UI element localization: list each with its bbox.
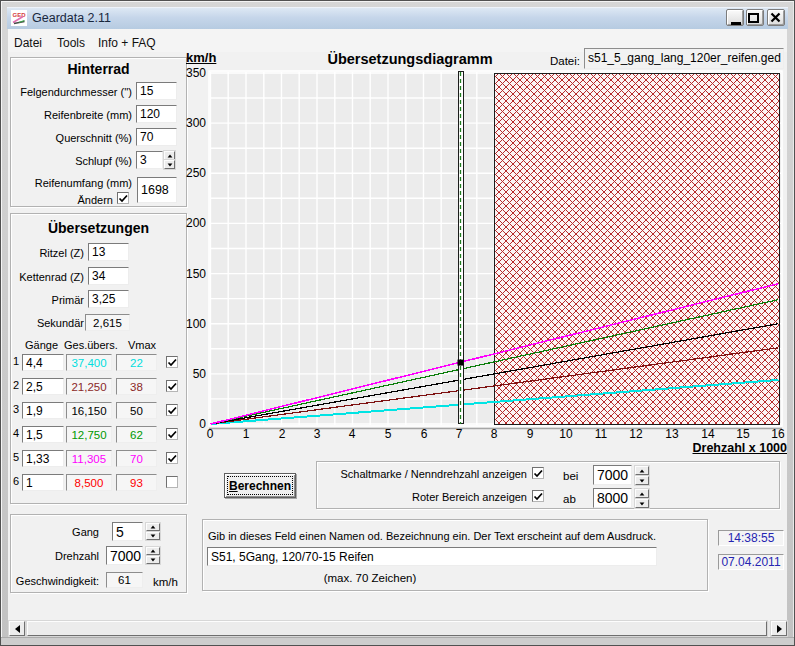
svg-text:GED: GED [13, 12, 27, 18]
